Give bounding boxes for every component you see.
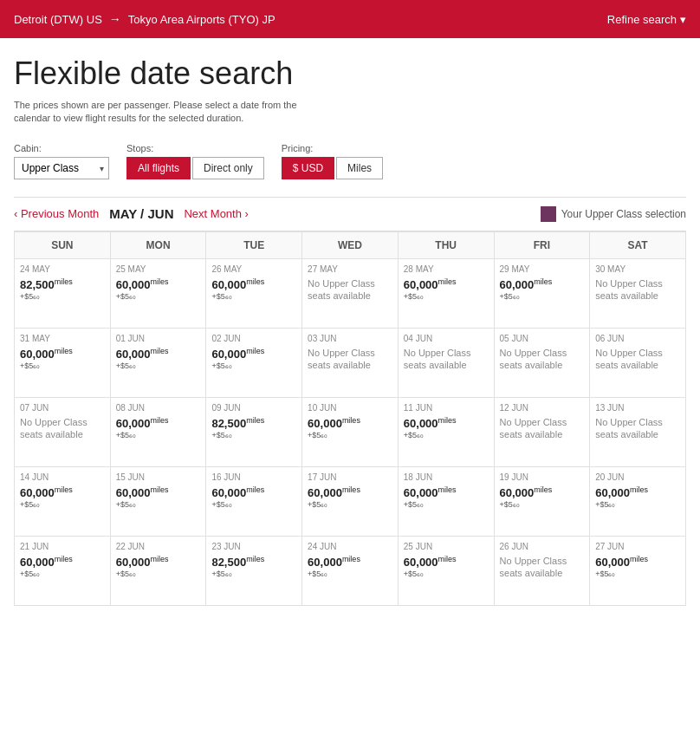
calendar-day-header: SAT bbox=[590, 231, 686, 258]
route-info: Detroit (DTW) US → Tokyo Area Airports (… bbox=[14, 12, 607, 26]
cell-unavailable: No Upper Class seats available bbox=[308, 347, 392, 372]
pricing-filter: Pricing: $ USD Miles bbox=[282, 143, 383, 179]
pricing-label: Pricing: bbox=[282, 143, 383, 153]
calendar-day-header: TUE bbox=[206, 231, 302, 258]
cell-date: 06 JUN bbox=[595, 334, 680, 343]
legend-box bbox=[541, 206, 556, 222]
calendar-cell[interactable]: 24 MAY82,500miles+$5₆₀ bbox=[15, 258, 111, 328]
calendar-cell[interactable]: 05 JUNNo Upper Class seats available bbox=[494, 328, 590, 397]
calendar-cell[interactable]: 25 JUN60,000miles+$5₆₀ bbox=[398, 536, 494, 605]
calendar-day-header: MON bbox=[110, 231, 206, 258]
calendar-body: 24 MAY82,500miles+$5₆₀25 MAY60,000miles+… bbox=[15, 258, 686, 605]
calendar-cell[interactable]: 19 JUN60,000miles+$5₆₀ bbox=[494, 466, 590, 536]
cell-price: 60,000miles+$5₆₀ bbox=[308, 555, 392, 579]
cell-unavailable: No Upper Class seats available bbox=[500, 555, 585, 580]
calendar-cell[interactable]: 12 JUNNo Upper Class seats available bbox=[494, 397, 590, 466]
cabin-select-wrapper[interactable]: Upper Class bbox=[14, 157, 109, 179]
prev-month-link[interactable]: ‹ Previous Month bbox=[14, 207, 99, 220]
cell-date: 11 JUN bbox=[404, 403, 489, 413]
calendar-cell[interactable]: 09 JUN82,500miles+$5₆₀ bbox=[206, 397, 302, 466]
calendar-cell[interactable]: 21 JUN60,000miles+$5₆₀ bbox=[15, 536, 111, 605]
calendar-cell[interactable]: 01 JUN60,000miles+$5₆₀ bbox=[110, 328, 206, 397]
destination-label: Tokyo Area Airports (TYO) JP bbox=[128, 13, 275, 26]
cell-unavailable: No Upper Class seats available bbox=[500, 416, 585, 441]
cell-price: 60,000miles+$5₆₀ bbox=[20, 347, 105, 371]
miles-button[interactable]: Miles bbox=[336, 157, 383, 179]
cell-date: 14 JUN bbox=[20, 472, 105, 482]
calendar-cell[interactable]: 28 MAY60,000miles+$5₆₀ bbox=[398, 258, 494, 328]
calendar-cell[interactable]: 30 MAYNo Upper Class seats available bbox=[590, 258, 686, 328]
cell-date: 26 MAY bbox=[211, 264, 296, 274]
calendar-cell[interactable]: 24 JUN60,000miles+$5₆₀ bbox=[302, 536, 399, 605]
cell-unavailable: No Upper Class seats available bbox=[20, 416, 105, 441]
calendar-cell[interactable]: 15 JUN60,000miles+$5₆₀ bbox=[110, 466, 206, 536]
cell-date: 29 MAY bbox=[500, 264, 585, 274]
pricing-btn-group: $ USD Miles bbox=[282, 157, 383, 179]
calendar-cell[interactable]: 03 JUNNo Upper Class seats available bbox=[302, 328, 399, 397]
cell-price: 60,000miles+$5₆₀ bbox=[595, 485, 680, 510]
cell-date: 02 JUN bbox=[211, 334, 296, 343]
calendar-cell[interactable]: 26 JUNNo Upper Class seats available bbox=[494, 536, 590, 605]
next-month-link[interactable]: Next Month › bbox=[184, 207, 248, 220]
page-subtitle: The prices shown are per passenger. Plea… bbox=[14, 99, 308, 126]
cell-date: 24 MAY bbox=[20, 264, 105, 274]
calendar-cell[interactable]: 22 JUN60,000miles+$5₆₀ bbox=[110, 536, 206, 605]
cell-date: 25 MAY bbox=[116, 264, 201, 274]
header: Detroit (DTW) US → Tokyo Area Airports (… bbox=[0, 0, 700, 38]
cell-date: 23 JUN bbox=[211, 542, 296, 551]
cell-date: 24 JUN bbox=[308, 542, 392, 551]
calendar-cell[interactable]: 31 MAY60,000miles+$5₆₀ bbox=[15, 328, 111, 397]
calendar-cell[interactable]: 25 MAY60,000miles+$5₆₀ bbox=[110, 258, 206, 328]
legend-label: Your Upper Class selection bbox=[561, 208, 686, 220]
cell-price: 60,000miles+$5₆₀ bbox=[211, 485, 296, 510]
cell-date: 05 JUN bbox=[500, 334, 585, 343]
calendar-cell[interactable]: 27 MAYNo Upper Class seats available bbox=[302, 258, 399, 328]
calendar-cell[interactable]: 04 JUNNo Upper Class seats available bbox=[398, 328, 494, 397]
cell-price: 60,000miles+$5₆₀ bbox=[116, 555, 201, 579]
calendar-cell[interactable]: 13 JUNNo Upper Class seats available bbox=[590, 397, 686, 466]
direct-only-button[interactable]: Direct only bbox=[192, 157, 264, 179]
calendar-table: SUNMONTUEWEDTHUFRISAT 24 MAY82,500miles+… bbox=[14, 231, 686, 606]
calendar-cell[interactable]: 20 JUN60,000miles+$5₆₀ bbox=[590, 466, 686, 536]
cell-price: 60,000miles+$5₆₀ bbox=[404, 555, 489, 579]
cabin-filter: Cabin: Upper Class bbox=[14, 143, 109, 179]
cell-price: 60,000miles+$5₆₀ bbox=[404, 416, 489, 440]
calendar-cell[interactable]: 02 JUN60,000miles+$5₆₀ bbox=[206, 328, 302, 397]
calendar-week-row: 07 JUNNo Upper Class seats available08 J… bbox=[15, 397, 686, 466]
months-label: MAY / JUN bbox=[109, 206, 173, 221]
cell-date: 08 JUN bbox=[116, 403, 201, 413]
usd-button[interactable]: $ USD bbox=[282, 157, 334, 179]
calendar-cell[interactable]: 08 JUN60,000miles+$5₆₀ bbox=[110, 397, 206, 466]
calendar-legend: Your Upper Class selection bbox=[541, 206, 686, 222]
cell-date: 22 JUN bbox=[116, 542, 201, 551]
cell-unavailable: No Upper Class seats available bbox=[595, 347, 680, 372]
refine-search-button[interactable]: Refine search ▾ bbox=[607, 13, 686, 26]
cell-unavailable: No Upper Class seats available bbox=[595, 277, 680, 303]
cell-price: 82,500miles+$5₆₀ bbox=[211, 416, 296, 440]
calendar-cell[interactable]: 18 JUN60,000miles+$5₆₀ bbox=[398, 466, 494, 536]
cell-price: 60,000miles+$5₆₀ bbox=[211, 347, 296, 371]
calendar-cell[interactable]: 16 JUN60,000miles+$5₆₀ bbox=[206, 466, 302, 536]
cell-price: 60,000miles+$5₆₀ bbox=[20, 555, 105, 579]
calendar-cell[interactable]: 06 JUNNo Upper Class seats available bbox=[590, 328, 686, 397]
calendar-week-row: 24 MAY82,500miles+$5₆₀25 MAY60,000miles+… bbox=[15, 258, 686, 328]
calendar-cell[interactable]: 29 MAY60,000miles+$5₆₀ bbox=[494, 258, 590, 328]
cabin-select[interactable]: Upper Class bbox=[14, 157, 109, 179]
calendar-header-row: SUNMONTUEWEDTHUFRISAT bbox=[15, 231, 686, 258]
calendar-cell[interactable]: 07 JUNNo Upper Class seats available bbox=[15, 397, 111, 466]
all-flights-button[interactable]: All flights bbox=[126, 157, 191, 179]
calendar-cell[interactable]: 14 JUN60,000miles+$5₆₀ bbox=[15, 466, 111, 536]
cell-date: 07 JUN bbox=[20, 403, 105, 413]
cell-price: 60,000miles+$5₆₀ bbox=[116, 485, 201, 510]
calendar-cell[interactable]: 11 JUN60,000miles+$5₆₀ bbox=[398, 397, 494, 466]
cell-price: 60,000miles+$5₆₀ bbox=[211, 277, 296, 302]
calendar-cell[interactable]: 26 MAY60,000miles+$5₆₀ bbox=[206, 258, 302, 328]
cell-price: 82,500miles+$5₆₀ bbox=[211, 555, 296, 579]
cell-date: 30 MAY bbox=[595, 264, 680, 274]
cell-date: 21 JUN bbox=[20, 542, 105, 551]
calendar-cell[interactable]: 27 JUN60,000miles+$5₆₀ bbox=[590, 536, 686, 605]
calendar-cell[interactable]: 23 JUN82,500miles+$5₆₀ bbox=[206, 536, 302, 605]
calendar-cell[interactable]: 10 JUN60,000miles+$5₆₀ bbox=[302, 397, 399, 466]
calendar-cell[interactable]: 17 JUN60,000miles+$5₆₀ bbox=[302, 466, 399, 536]
cell-date: 19 JUN bbox=[500, 472, 585, 482]
